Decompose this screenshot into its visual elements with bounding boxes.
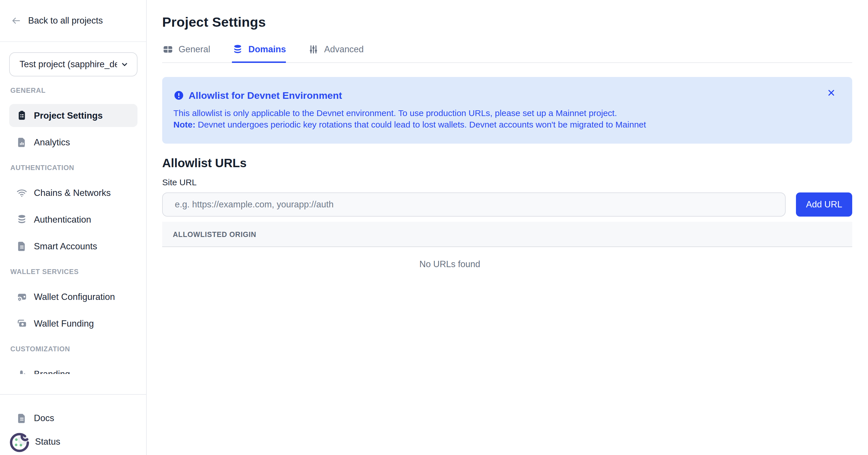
wifi-icon xyxy=(16,187,28,198)
sidebar-item-analytics[interactable]: Analytics xyxy=(9,131,137,154)
banner-note-label: Note: xyxy=(174,120,195,129)
banner-title: Allowlist for Devnet Environment xyxy=(189,90,342,101)
sidebar-nav: GENERAL Project Settings xyxy=(0,77,146,374)
grid-icon xyxy=(162,44,174,55)
devnet-allowlist-banner: Allowlist for Devnet Environment This al… xyxy=(162,77,852,144)
sidebar-item-wallet-configuration[interactable]: Wallet Configuration xyxy=(9,285,137,308)
project-selector[interactable]: Test project (sapphire_de xyxy=(9,52,137,77)
app-window: Back to all projects Test project (sapph… xyxy=(0,0,868,455)
banner-line1: This allowlist is only applicable to the… xyxy=(174,108,818,119)
info-circle-icon xyxy=(174,90,184,101)
sidebar-footer: Docs Status xyxy=(0,394,146,455)
back-to-projects-button[interactable]: Back to all projects xyxy=(0,0,146,42)
wallet-gear-icon xyxy=(16,291,28,303)
sliders-icon xyxy=(308,44,319,55)
clipboard-icon xyxy=(16,110,28,121)
tab-domains[interactable]: Domains xyxy=(232,44,286,63)
tab-advanced[interactable]: Advanced xyxy=(308,44,364,63)
tab-label: Domains xyxy=(248,44,286,55)
banner-note-line: Note: Devnet undergoes periodic key rota… xyxy=(174,119,818,131)
analytics-icon xyxy=(16,137,28,148)
arrow-left-icon xyxy=(11,16,22,26)
docs-label: Docs xyxy=(34,413,54,423)
section-label-authentication: AUTHENTICATION xyxy=(10,164,137,172)
status-link[interactable]: Status xyxy=(9,430,137,453)
sidebar-item-chains-networks[interactable]: Chains & Networks xyxy=(9,181,137,204)
tab-label: General xyxy=(179,44,210,55)
sidebar-item-label: Project Settings xyxy=(34,110,103,121)
sidebar-item-project-settings[interactable]: Project Settings xyxy=(9,104,137,127)
section-label-general: GENERAL xyxy=(10,86,137,95)
section-label-wallet-services: WALLET SERVICES xyxy=(10,267,137,276)
wallet-card-icon xyxy=(16,318,28,329)
sidebar-item-label: Authentication xyxy=(34,214,91,225)
sidebar-item-label: Wallet Funding xyxy=(34,318,94,329)
section-label-customization: CUSTOMIZATION xyxy=(10,345,137,353)
allowlist-table: ALLOWLISTED ORIGIN No URLs found xyxy=(162,222,852,269)
document-icon xyxy=(16,413,28,424)
sidebar-item-label: Branding xyxy=(34,369,70,374)
sidebar-item-wallet-funding[interactable]: Wallet Funding xyxy=(9,312,137,335)
project-selector-value: Test project (sapphire_de xyxy=(20,59,117,69)
document-icon xyxy=(16,240,28,252)
cookie-status-logo-icon xyxy=(9,430,32,453)
tab-bar: General Domains xyxy=(162,44,852,63)
sidebar-item-branding[interactable]: Branding xyxy=(9,363,137,374)
database-icon xyxy=(232,44,243,55)
docs-link[interactable]: Docs xyxy=(9,407,137,430)
sidebar-item-smart-accounts[interactable]: Smart Accounts xyxy=(9,235,137,258)
status-label: Status xyxy=(35,436,60,447)
sidebar-item-authentication[interactable]: Authentication xyxy=(9,208,137,231)
site-url-input[interactable] xyxy=(162,193,786,217)
site-url-label: Site URL xyxy=(162,177,852,187)
database-icon xyxy=(16,214,28,225)
tab-general[interactable]: General xyxy=(162,44,210,63)
sidebar-item-label: Chains & Networks xyxy=(34,188,111,198)
page-title: Project Settings xyxy=(162,14,852,30)
sidebar: Back to all projects Test project (sapph… xyxy=(0,0,147,455)
empty-state-text: No URLs found xyxy=(162,247,852,269)
allowlist-urls-heading: Allowlist URLs xyxy=(162,156,852,170)
back-label: Back to all projects xyxy=(28,16,103,26)
sidebar-item-label: Analytics xyxy=(34,137,70,148)
chevron-down-icon xyxy=(120,59,129,69)
sidebar-item-label: Wallet Configuration xyxy=(34,291,115,302)
tab-label: Advanced xyxy=(324,44,364,55)
url-form-row: Add URL xyxy=(162,193,852,217)
table-header-allowlisted-origin: ALLOWLISTED ORIGIN xyxy=(162,222,852,247)
branding-icon xyxy=(16,368,28,374)
close-icon[interactable] xyxy=(826,88,836,98)
sidebar-item-label: Smart Accounts xyxy=(34,241,97,252)
banner-note-text: Devnet undergoes periodic key rotations … xyxy=(195,120,646,129)
add-url-button[interactable]: Add URL xyxy=(796,193,852,217)
main-content: Project Settings General xyxy=(147,0,868,455)
